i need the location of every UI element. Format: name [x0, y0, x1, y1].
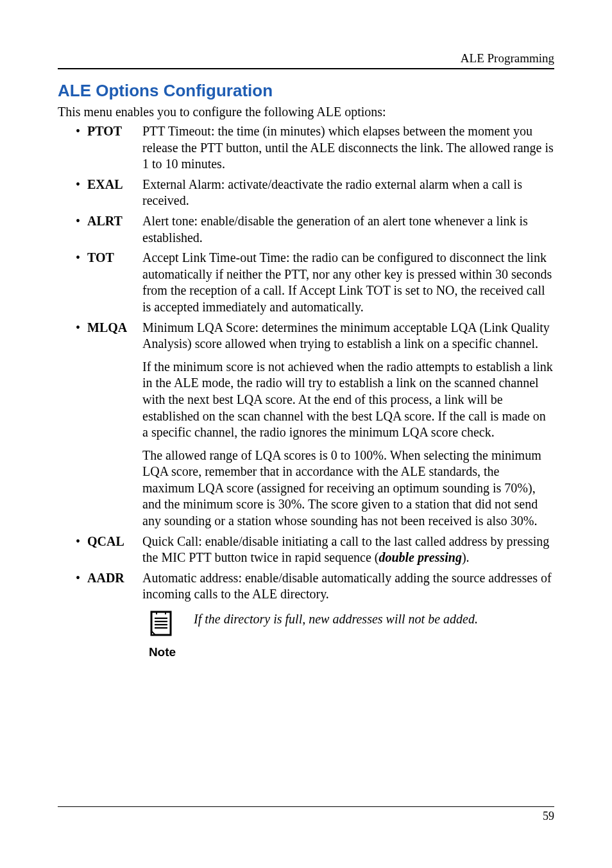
option-term: PTOT — [87, 123, 142, 140]
bullet-icon: • — [76, 177, 87, 192]
bullet-icon: • — [76, 123, 87, 139]
qcal-emph: double pressing — [378, 550, 461, 564]
option-term: AADR — [87, 570, 142, 587]
option-qcal: • QCAL Quick Call: enable/disable initia… — [76, 534, 554, 566]
page-header-right: ALE Programming — [58, 51, 554, 69]
svg-rect-0 — [151, 612, 171, 635]
option-desc: Minimum LQA Score: determines the minimu… — [142, 320, 554, 530]
bullet-icon: • — [76, 570, 87, 586]
option-desc: Accept Link Time-out Time: the radio can… — [142, 250, 554, 315]
bullet-icon: • — [76, 320, 87, 335]
section-title: ALE Options Configuration — [58, 81, 554, 101]
option-tot: • TOT Accept Link Time-out Time: the rad… — [76, 250, 554, 315]
qcal-prefix: Quick Call: enable/disable initiating a … — [142, 534, 549, 565]
option-desc: Automatic address: enable/disable automa… — [142, 570, 554, 660]
page-number: 59 — [543, 810, 554, 822]
note-icon-wrap: Note — [142, 609, 182, 660]
option-desc: PTT Timeout: the time (in minutes) which… — [142, 123, 554, 173]
option-desc: External Alarm: activate/deactivate the … — [142, 177, 554, 209]
note-label: Note — [142, 645, 182, 660]
option-aadr: • AADR Automatic address: enable/disable… — [76, 570, 554, 660]
option-term: TOT — [87, 250, 142, 266]
option-term: EXAL — [87, 177, 142, 193]
aadr-desc-text: Automatic address: enable/disable automa… — [142, 570, 554, 603]
option-exal: • EXAL External Alarm: activate/deactiva… — [76, 177, 554, 209]
page-footer: 59 — [58, 806, 554, 823]
option-ptot: • PTOT PTT Timeout: the time (in minutes… — [76, 123, 554, 173]
bullet-icon: • — [76, 250, 87, 265]
qcal-suffix: ). — [462, 550, 470, 564]
option-desc: Quick Call: enable/disable initiating a … — [142, 534, 554, 566]
option-term: ALRT — [87, 213, 142, 230]
mlqa-paragraph-2: If the minimum score is not achieved whe… — [142, 359, 554, 441]
option-term: QCAL — [87, 534, 142, 550]
options-list: • PTOT PTT Timeout: the time (in minutes… — [58, 123, 554, 660]
note-icon — [148, 609, 177, 639]
option-term: MLQA — [87, 320, 142, 336]
option-desc: Alert tone: enable/disable the generatio… — [142, 213, 554, 246]
note-text: If the directory is full, new addresses … — [194, 609, 554, 627]
option-alrt: • ALRT Alert tone: enable/disable the ge… — [76, 213, 554, 246]
bullet-icon: • — [76, 213, 87, 229]
option-mlqa: • MLQA Minimum LQA Score: determines the… — [76, 320, 554, 530]
note-block: Note If the directory is full, new addre… — [142, 609, 554, 660]
bullet-icon: • — [76, 534, 87, 549]
mlqa-paragraph-1: Minimum LQA Score: determines the minimu… — [142, 320, 554, 352]
mlqa-paragraph-3: The allowed range of LQA scores is 0 to … — [142, 447, 554, 530]
intro-text: This menu enables you to configure the f… — [58, 105, 554, 119]
